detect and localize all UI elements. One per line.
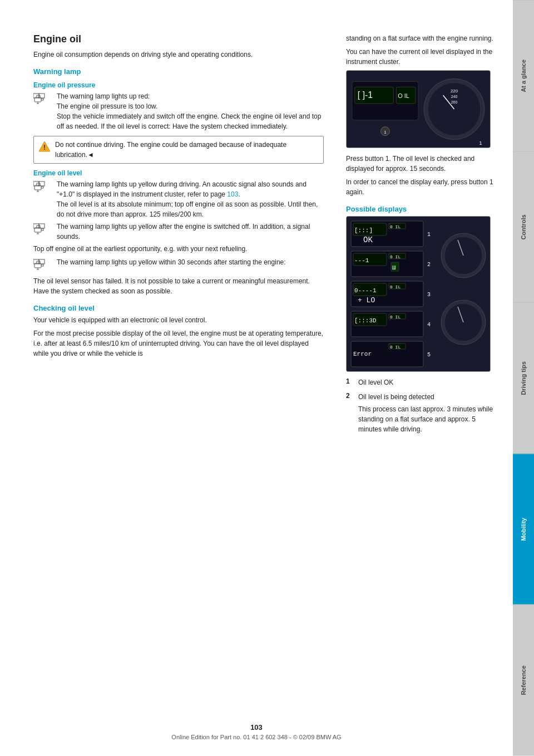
page-link-103[interactable]: 103	[227, 190, 238, 198]
press-button-text: Press button 1. The oil level is checked…	[346, 154, 496, 174]
oil-level-lamp3-icon	[33, 258, 55, 274]
item-2-number: 2	[346, 392, 354, 438]
oil-level-lamp2: The warning lamp lights up yellow after …	[33, 222, 324, 242]
displays-svg: [:::] 0 IL OK ---1 0 IL Ш 0----1 0 IL + …	[347, 217, 491, 372]
sidebar-tab-reference[interactable]: Reference	[513, 605, 534, 756]
item-1-text: Oil level OK	[358, 377, 393, 387]
warning-triangle-icon: !	[38, 140, 51, 153]
engine-oil-level-heading: Engine oil level	[33, 169, 324, 177]
checking-oil-level-heading: Checking oil level	[33, 304, 324, 312]
oil-pressure-lamp-indicator: The warning lamp lights up red: The engi…	[33, 91, 324, 131]
page-footer: 103 Online Edition for Part no. 01 41 2 …	[0, 723, 513, 740]
oil-pressure-lamp-icon	[33, 92, 55, 108]
oil-level-lamp1-icon	[33, 180, 55, 196]
oil-level-text4: Top off engine oil at the earliest oppor…	[33, 244, 324, 254]
svg-text:Error: Error	[353, 351, 372, 357]
cancel-text: In order to cancel the display early, pr…	[346, 177, 496, 197]
svg-text:1: 1	[479, 140, 482, 146]
left-column: Engine oil Engine oil consumption depend…	[33, 33, 329, 734]
svg-text:---1: ---1	[354, 257, 369, 264]
svg-text:4: 4	[427, 322, 431, 328]
oil-pressure-lamp-text: The warning lamp lights up red: The engi…	[57, 91, 324, 131]
svg-text:Ш: Ш	[392, 264, 396, 271]
svg-text:O IL: O IL	[398, 92, 409, 99]
svg-text:3: 3	[427, 292, 431, 298]
engine-oil-pressure-heading: Engine oil pressure	[33, 81, 324, 89]
svg-text:+ LO: + LO	[358, 296, 375, 305]
svg-text:240: 240	[451, 95, 458, 99]
possible-displays-image: [:::] 0 IL OK ---1 0 IL Ш 0----1 0 IL + …	[346, 216, 491, 372]
checking-text2: For the most precise possible display of…	[33, 328, 324, 359]
oil-level-lamp3: The warning lamp lights up yellow within…	[33, 257, 324, 274]
oil-level-text6: The oil level sensor has failed. It is n…	[33, 276, 324, 296]
sidebar-tab-at-a-glance[interactable]: At a glance	[513, 0, 534, 151]
svg-text:0----1: 0----1	[354, 287, 377, 294]
oil-level-lamp2-icon	[33, 223, 55, 238]
page-title: Engine oil	[33, 33, 324, 45]
instrument-cluster-image: 220 240 260 [ ]-1 O IL 1 1	[346, 70, 491, 148]
svg-text:5: 5	[427, 352, 431, 358]
oil-level-lamp3-text: The warning lamp lights up yellow within…	[57, 257, 286, 267]
svg-text:OK: OK	[363, 235, 373, 244]
item-2-text: Oil level is being detected	[358, 393, 434, 401]
oil-level-lamp1: The warning lamp lights up yellow during…	[33, 179, 324, 219]
possible-displays-list: 1 Oil level OK 2 Oil level is being dete…	[346, 377, 496, 438]
display-item-1: 1 Oil level OK	[346, 377, 496, 387]
svg-text:0 IL: 0 IL	[390, 224, 400, 229]
main-content: Engine oil Engine oil consumption depend…	[0, 0, 513, 756]
warning-block: ! Do not continue driving. The engine co…	[33, 136, 324, 164]
checking-text1: Your vehicle is equipped with an electro…	[33, 315, 324, 325]
sidebar-tab-driving-tips[interactable]: Driving tips	[513, 302, 534, 454]
warning-lamp-heading: Warning lamp	[33, 67, 324, 76]
item-1-number: 1	[346, 377, 354, 387]
svg-text:1: 1	[427, 232, 431, 238]
sidebar: At a glance Controls Driving tips Mobili…	[513, 0, 534, 756]
possible-displays-heading: Possible displays	[346, 205, 496, 213]
item-2-subtext: This process can last approx. 3 minutes …	[358, 404, 496, 434]
sidebar-tab-controls[interactable]: Controls	[513, 151, 534, 303]
svg-text:0 IL: 0 IL	[390, 284, 400, 289]
page-number: 103	[0, 723, 513, 732]
svg-text:[:::3D: [:::3D	[354, 317, 377, 324]
svg-text:0 IL: 0 IL	[390, 254, 400, 259]
sidebar-tab-mobility[interactable]: Mobility	[513, 454, 534, 605]
svg-text:!: !	[43, 144, 46, 151]
display-item-2: 2 Oil level is being detected This proce…	[346, 392, 496, 438]
svg-text:0 IL: 0 IL	[390, 315, 400, 320]
checking-text4: You can have the current oil level displ…	[346, 47, 496, 67]
svg-text:[ ]-1: [ ]-1	[358, 90, 373, 100]
cluster-svg: 220 240 260 [ ]-1 O IL 1 1	[347, 70, 490, 148]
svg-text:[:::]: [:::]	[354, 227, 373, 234]
oil-level-lamp1-text: The warning lamp lights up yellow during…	[57, 179, 324, 219]
intro-text: Engine oil consumption depends on drivin…	[33, 50, 324, 60]
right-column: standing on a flat surface with the engi…	[340, 33, 496, 734]
svg-text:1: 1	[384, 130, 387, 135]
warning-text: Do not continue driving. The engine coul…	[55, 140, 319, 160]
svg-text:220: 220	[451, 89, 458, 94]
footer-text: Online Edition for Part no. 01 41 2 602 …	[171, 734, 341, 740]
svg-text:0 IL: 0 IL	[390, 345, 400, 350]
svg-text:260: 260	[451, 100, 458, 104]
checking-text3: standing on a flat surface with the engi…	[346, 33, 496, 43]
oil-level-lamp2-text: The warning lamp lights up yellow after …	[57, 222, 324, 242]
svg-text:2: 2	[427, 262, 431, 268]
